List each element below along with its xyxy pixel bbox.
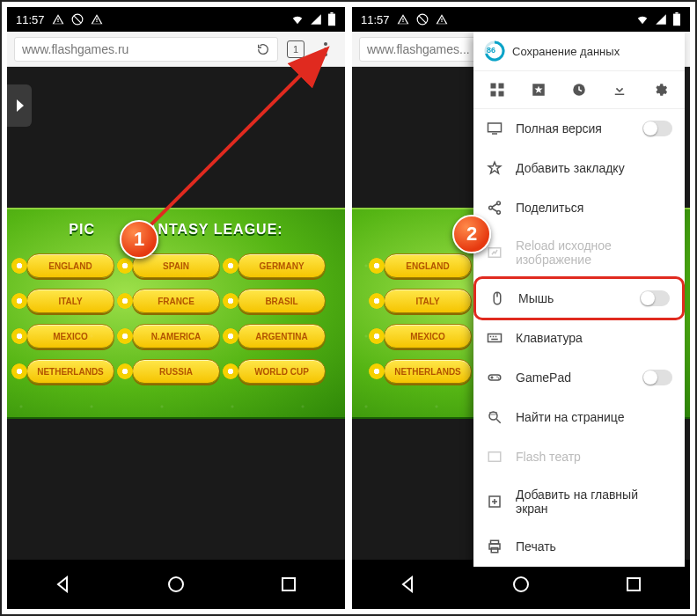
address-bar: www.flashgames.ru 1 xyxy=(7,32,345,67)
svg-rect-35 xyxy=(488,375,501,380)
svg-line-41 xyxy=(496,419,501,423)
svg-rect-44 xyxy=(488,452,501,462)
menu-label: Клавиатура xyxy=(516,331,672,345)
reload-icon[interactable] xyxy=(256,42,270,56)
no-sim-icon xyxy=(71,13,84,26)
svg-rect-30 xyxy=(488,334,502,342)
home-nav-icon[interactable] xyxy=(510,574,532,595)
team-pill[interactable]: ITALY xyxy=(26,289,114,313)
team-pill[interactable]: NETHERLANDS xyxy=(26,359,114,384)
toggle-gamepad[interactable] xyxy=(642,370,672,385)
speed-dial-icon[interactable] xyxy=(488,80,507,99)
svg-point-51 xyxy=(514,577,528,591)
theater-icon xyxy=(486,448,503,466)
menu-label: GamePad xyxy=(516,370,630,385)
back-nav-icon[interactable] xyxy=(53,574,74,595)
team-pill[interactable]: ENGLAND xyxy=(384,253,472,278)
image-reload-icon xyxy=(486,244,503,261)
svg-point-6 xyxy=(324,53,327,56)
team-pill[interactable]: WORLD CUP xyxy=(238,359,326,384)
menu-button[interactable] xyxy=(313,37,338,62)
league-panel: PIC FANTASY LEAGUE: ENGLAND SPAIN GERMAN… xyxy=(7,208,345,419)
svg-point-40 xyxy=(489,412,497,420)
step-marker-1: 1 xyxy=(120,220,158,259)
menu-find-in-page[interactable]: Найти на странице xyxy=(473,398,685,437)
desktop-icon xyxy=(486,120,503,137)
team-pill[interactable]: ENGLAND xyxy=(26,253,114,278)
menu-add-home[interactable]: Добавить на главный экран xyxy=(473,477,685,527)
recents-nav-icon[interactable] xyxy=(623,574,644,595)
team-pill[interactable]: GERMANY xyxy=(238,253,326,278)
svg-rect-17 xyxy=(499,92,504,97)
menu-label: Reload исходное изображение xyxy=(516,238,672,267)
share-icon xyxy=(486,199,503,216)
team-pill[interactable]: NETHERLANDS xyxy=(384,359,472,384)
signal-icon xyxy=(310,13,322,26)
svg-rect-11 xyxy=(673,14,680,26)
team-pill[interactable]: ARGENTINA xyxy=(238,324,326,348)
history-icon[interactable] xyxy=(569,80,589,99)
battery-icon xyxy=(672,12,681,26)
url-text: www.flashgames... xyxy=(367,42,470,56)
status-time: 11:57 xyxy=(361,13,390,26)
svg-rect-2 xyxy=(328,14,335,26)
team-pill[interactable]: N.AMERICA xyxy=(132,324,220,348)
warning-icon xyxy=(52,13,64,26)
svg-rect-14 xyxy=(491,84,496,89)
data-saving-ring: 86 xyxy=(484,40,505,62)
gamepad-icon xyxy=(486,369,503,386)
team-pill[interactable]: MEXICO xyxy=(384,324,472,348)
menu-label: Поделиться xyxy=(516,201,672,215)
tabs-button[interactable]: 1 xyxy=(283,37,308,62)
team-pill[interactable]: FRANCE xyxy=(132,289,220,313)
back-nav-icon[interactable] xyxy=(398,574,419,595)
toggle-desktop[interactable] xyxy=(642,121,672,136)
svg-line-1 xyxy=(73,16,80,23)
data-saving-row[interactable]: 86 Сохранение данных xyxy=(473,32,685,71)
mouse-icon xyxy=(488,290,506,307)
svg-line-10 xyxy=(418,16,425,23)
menu-label: Добавить на главный экран xyxy=(516,488,672,516)
warning-icon xyxy=(397,13,409,26)
svg-rect-22 xyxy=(488,123,502,132)
menu-print[interactable]: Печать xyxy=(473,527,685,567)
data-saving-label: Сохранение данных xyxy=(512,45,620,58)
find-icon xyxy=(486,408,503,426)
menu-shortcut-row xyxy=(473,71,685,109)
menu-label: Добавить закладку xyxy=(516,161,672,175)
menu-label: Полная версия xyxy=(516,121,630,136)
recents-nav-icon[interactable] xyxy=(278,574,299,595)
menu-label: Печать xyxy=(516,539,672,554)
svg-rect-15 xyxy=(499,84,504,89)
menu-gamepad[interactable]: GamePad xyxy=(473,358,685,398)
svg-rect-12 xyxy=(675,12,678,14)
menu-label: Flash театр xyxy=(516,450,672,464)
toggle-mouse[interactable] xyxy=(640,290,670,306)
team-pill[interactable]: MEXICO xyxy=(26,324,114,348)
tab-count: 1 xyxy=(293,44,298,55)
menu-mouse[interactable]: Мышь xyxy=(473,276,685,320)
svg-point-39 xyxy=(498,378,500,379)
svg-rect-52 xyxy=(627,578,640,590)
wifi-icon xyxy=(635,13,649,26)
downloads-icon[interactable] xyxy=(610,80,629,99)
menu-desktop-version[interactable]: Полная версия xyxy=(473,109,685,149)
menu-keyboard[interactable]: Клавиатура xyxy=(473,319,685,358)
menu-share[interactable]: Поделиться xyxy=(473,188,685,228)
team-pill[interactable]: BRASIL xyxy=(238,289,326,313)
menu-add-bookmark[interactable]: Добавить закладку xyxy=(473,149,685,188)
browser-menu: 86 Сохранение данных Полная версия Добав… xyxy=(473,32,685,567)
wifi-icon xyxy=(290,13,304,26)
chevron-right-icon xyxy=(15,99,24,112)
statusbar: 11:57 xyxy=(7,7,345,32)
phone-left: 11:57 www.flashgames.ru 1 PIC xyxy=(7,7,345,609)
bookmarks-icon[interactable] xyxy=(529,80,548,99)
team-pill[interactable]: ITALY xyxy=(384,289,472,313)
team-pill[interactable]: RUSSIA xyxy=(132,359,220,384)
url-input[interactable]: www.flashgames.ru xyxy=(14,37,278,62)
settings-icon[interactable] xyxy=(651,80,671,99)
warning-icon xyxy=(91,13,103,26)
drawer-handle[interactable] xyxy=(7,84,32,127)
home-nav-icon[interactable] xyxy=(165,574,187,595)
step-marker-2: 2 xyxy=(452,215,491,253)
